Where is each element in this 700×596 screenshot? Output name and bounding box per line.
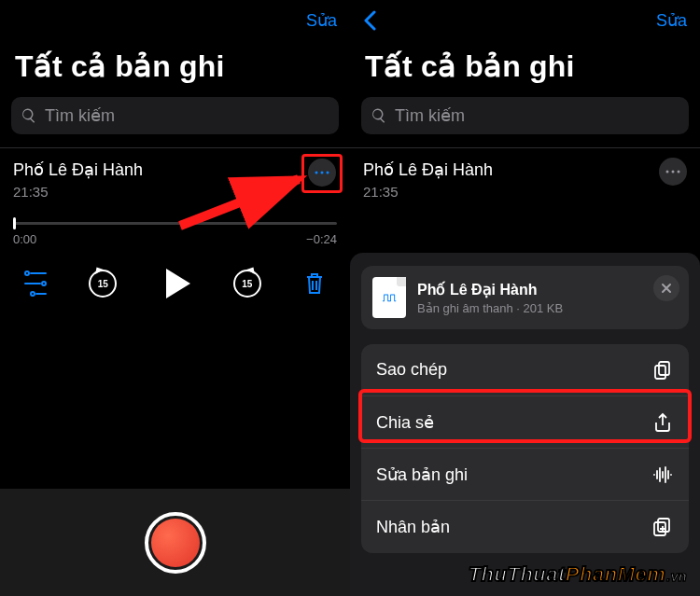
search-input[interactable]: Tìm kiếm xyxy=(361,97,689,134)
search-input[interactable]: Tìm kiếm xyxy=(11,97,339,134)
svg-point-3 xyxy=(666,171,669,173)
recording-timestamp: 21:35 xyxy=(363,184,493,200)
duplicate-icon xyxy=(651,516,674,538)
edit-button[interactable]: Sửa xyxy=(656,10,687,31)
screen-right: Sửa Tất cả bản ghi Tìm kiếm Phố Lê Đại H… xyxy=(350,0,700,596)
more-button[interactable] xyxy=(308,159,336,187)
record-area xyxy=(0,489,350,596)
playhead[interactable] xyxy=(13,217,16,229)
sheet-header: ⎍⎍ Phố Lê Đại Hành Bản ghi âm thanh · 20… xyxy=(361,266,689,329)
search-placeholder: Tìm kiếm xyxy=(395,105,465,126)
waveform-icon xyxy=(651,464,674,486)
delete-button[interactable] xyxy=(296,265,333,302)
svg-rect-7 xyxy=(655,366,665,379)
page-title: Tất cả bản ghi xyxy=(350,41,700,97)
skip-back-icon: 15 xyxy=(89,270,117,298)
search-icon xyxy=(371,107,387,124)
sheet-menu: Sao chép Chia sẻ Sửa bản ghi Nhân bản xyxy=(361,344,689,553)
menu-label: Sửa bản ghi xyxy=(376,464,468,485)
play-button[interactable] xyxy=(152,265,199,302)
playback-controls: 15 15 xyxy=(0,246,350,302)
svg-point-0 xyxy=(315,172,318,174)
skip-back-button[interactable]: 15 xyxy=(84,265,121,302)
svg-rect-6 xyxy=(659,362,669,375)
skip-forward-button[interactable]: 15 xyxy=(229,265,266,302)
recording-name: Phố Lê Đại Hành xyxy=(363,159,493,180)
sheet-file-name: Phố Lê Đại Hành xyxy=(417,281,563,298)
highlight-share xyxy=(358,389,692,443)
ellipsis-icon xyxy=(665,169,681,174)
menu-item-edit[interactable]: Sửa bản ghi xyxy=(361,449,689,501)
search-icon xyxy=(21,107,37,124)
copy-icon xyxy=(651,359,674,381)
track xyxy=(13,222,337,225)
sliders-icon xyxy=(24,270,47,297)
screen-left: Sửa Tất cả bản ghi Tìm kiếm Phố Lê Đại H… xyxy=(0,0,350,596)
time-remaining: −0:24 xyxy=(306,232,337,246)
nav-bar: Sửa xyxy=(350,0,700,41)
time-elapsed: 0:00 xyxy=(13,232,36,246)
action-sheet: ⎍⎍ Phố Lê Đại Hành Bản ghi âm thanh · 20… xyxy=(350,253,700,596)
svg-point-5 xyxy=(678,171,680,173)
audio-file-icon: ⎍⎍ xyxy=(372,277,406,318)
watermark: ThuThuatPhanMem.vn xyxy=(469,562,687,587)
recording-timestamp: 21:35 xyxy=(13,184,143,200)
search-placeholder: Tìm kiếm xyxy=(45,105,115,126)
back-button[interactable] xyxy=(363,10,385,31)
ellipsis-icon xyxy=(314,170,330,175)
more-button[interactable] xyxy=(659,158,687,186)
menu-item-duplicate[interactable]: Nhân bản xyxy=(361,501,689,553)
options-button[interactable] xyxy=(17,265,54,302)
time-labels: 0:00 −0:24 xyxy=(13,232,337,246)
record-button[interactable] xyxy=(145,512,206,574)
edit-button[interactable]: Sửa xyxy=(306,10,337,31)
play-icon xyxy=(166,269,190,298)
skip-forward-icon: 15 xyxy=(233,270,261,298)
menu-label: Sao chép xyxy=(376,360,447,380)
svg-point-2 xyxy=(327,172,329,174)
menu-label: Nhân bản xyxy=(376,517,450,537)
playback-timeline[interactable]: 0:00 −0:24 xyxy=(13,222,337,246)
chevron-left-icon xyxy=(363,10,376,31)
close-sheet-button[interactable] xyxy=(653,275,679,301)
svg-rect-8 xyxy=(658,519,669,532)
recording-name: Phố Lê Đại Hành xyxy=(13,159,143,180)
recording-item[interactable]: Phố Lê Đại Hành 21:35 xyxy=(350,148,700,200)
svg-point-4 xyxy=(672,171,675,173)
trash-icon xyxy=(303,270,326,297)
recording-item[interactable]: Phố Lê Đại Hành 21:35 xyxy=(0,148,350,200)
close-icon xyxy=(661,283,672,294)
record-icon xyxy=(151,519,200,567)
highlight-more xyxy=(301,154,343,193)
sheet-file-subtitle: Bản ghi âm thanh · 201 KB xyxy=(417,301,563,315)
svg-point-1 xyxy=(321,172,324,174)
nav-bar: Sửa xyxy=(0,0,350,41)
page-title: Tất cả bản ghi xyxy=(0,41,350,97)
